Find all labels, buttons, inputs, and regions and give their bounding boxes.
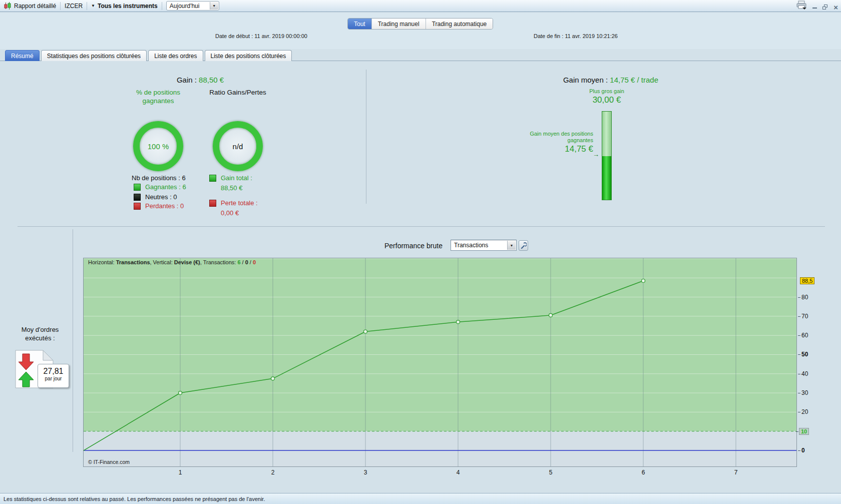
segment-trading-manuel[interactable]: Trading manuel (372, 19, 426, 29)
bar-remainder-segment (602, 112, 611, 156)
neutral-legend-swatch (134, 194, 141, 201)
window-controls: × (796, 1, 838, 11)
tab-liste-ordres[interactable]: Liste des ordres (148, 50, 203, 61)
performance-mode-select[interactable]: Transactions ▼ (451, 240, 517, 251)
minimize-button[interactable] (812, 8, 817, 9)
segment-trading-automatique[interactable]: Trading automatique (426, 19, 493, 29)
y-axis-tick-label: 0 (801, 447, 805, 454)
chart-settings-button[interactable] (519, 240, 528, 251)
x-axis-tick-label: 7 (734, 469, 738, 476)
chart-canvas (84, 258, 796, 466)
ratio-donut: n/d (213, 121, 263, 171)
instruments-dropdown[interactable]: ▼ Tous les instruments (91, 3, 158, 10)
report-window: Rapport détaillé IZCER ▼ Tous les instru… (0, 0, 841, 504)
y-axis-tick-label: 40 (801, 370, 808, 377)
period-select[interactable]: Aujourd'hui ▼ (166, 1, 219, 11)
avg-win-arrow-icon: → (593, 151, 599, 158)
x-axis-tick-label: 1 (179, 469, 182, 476)
tab-resume[interactable]: Résumé (5, 50, 40, 61)
loss-total-value: 0,00 € (221, 209, 239, 217)
biggest-gain-value: 30,00 € (557, 95, 657, 105)
x-axis-tick-label: 3 (364, 469, 367, 476)
winning-legend-label: Gagnantes : 6 (145, 183, 186, 191)
avg-win-label: Gain moyen des positions gagnantes (526, 131, 593, 144)
tab-liste-positions[interactable]: Liste des positions clôturées (205, 50, 292, 61)
x-axis-tick-label: 2 (271, 469, 275, 476)
copyright-label: © IT-Finance.com (88, 459, 130, 465)
y-axis-tick-label: 70 (801, 313, 808, 320)
biggest-gain-label: Plus gros gain (557, 88, 657, 94)
summary-divider (366, 70, 366, 204)
y-axis-tick-label: 88,5 (800, 277, 814, 284)
status-bar: Les statistiques ci-dessus sont relative… (0, 493, 841, 504)
report-title: Rapport détaillé (14, 3, 56, 10)
orders-avg-unit: par jour (38, 376, 69, 381)
orders-avg-value-box: 27,81 par jour (38, 364, 69, 388)
chart-left-divider (73, 229, 73, 452)
positions-count: Nb de positions : 6 (132, 174, 186, 182)
segment-tout[interactable]: Tout (348, 19, 372, 29)
close-button[interactable]: × (833, 4, 838, 11)
loss-total-label: Perte totale : (221, 199, 258, 207)
winning-legend-swatch (134, 184, 141, 191)
print-button[interactable] (796, 1, 807, 11)
chevron-down-icon: ▼ (210, 2, 218, 10)
separator (162, 2, 162, 10)
y-axis-tick-label: 60 (801, 332, 808, 339)
tab-statistiques[interactable]: Statistiques des positions clôturées (41, 50, 147, 61)
ratio-title: Ratio Gains/Pertes (209, 88, 266, 97)
loss-total-swatch (209, 200, 216, 207)
x-axis-tick-label: 4 (457, 469, 460, 476)
gain-total-label: Gain total : (221, 174, 252, 182)
gain-total-value: 88,50 € (221, 184, 242, 192)
biggest-gain-bar (602, 111, 612, 200)
separator (60, 2, 61, 10)
avg-gain-heading: Gain moyen : 14,75 € / trade (511, 76, 711, 84)
restore-button[interactable] (822, 5, 828, 10)
date-end: Date de fin : 11 avr. 2019 10:21:26 (534, 33, 618, 39)
x-axis-tick-label: 5 (549, 469, 553, 476)
header-zone: Tout Trading manuel Trading automatique … (0, 13, 841, 49)
losing-legend-label: Perdantes : 0 (145, 202, 184, 210)
toolbar: Rapport détaillé IZCER ▼ Tous les instru… (0, 0, 841, 12)
y-axis-tick-label: 80 (801, 294, 808, 301)
gain-total-swatch (209, 175, 216, 182)
gain-heading: Gain : 88,50 € (125, 76, 275, 84)
date-start: Date de début : 11 avr. 2019 00:00:00 (215, 33, 307, 39)
chevron-down-icon: ▼ (507, 241, 516, 250)
avg-win-value: 14,75 € (526, 144, 593, 154)
candlestick-icon (4, 2, 12, 10)
y-axis-tick-label: 20 (801, 408, 808, 415)
separator (87, 2, 87, 10)
orders-avg-label: Moy d'ordres exécutés : (10, 325, 70, 342)
neutral-legend-label: Neutres : 0 (145, 193, 177, 201)
y-axis-tick-label: 10 (799, 428, 809, 435)
bar-avg-gain-segment (602, 156, 611, 200)
scope-segmented-control: Tout Trading manuel Trading automatique (347, 18, 493, 30)
tab-strip: Résumé Statistiques des positions clôtur… (5, 50, 292, 61)
performance-title: Performance brute (384, 242, 443, 250)
performance-chart (83, 258, 797, 467)
wrench-icon (520, 242, 527, 249)
instrument-code[interactable]: IZCER (65, 3, 83, 10)
winners-pct-title: % de positions gagnantes (136, 88, 181, 105)
y-axis-tick-label: 50 (801, 351, 808, 358)
disclaimer-text: Les statistiques ci-dessus sont relative… (4, 496, 265, 502)
orders-avg-value: 27,81 (38, 367, 69, 376)
losing-legend-swatch (134, 203, 141, 210)
y-axis-tick-label: 30 (801, 389, 808, 396)
x-axis-tick-label: 6 (642, 469, 645, 476)
winners-pct-donut: 100 % (133, 121, 183, 171)
chevron-down-icon: ▼ (91, 4, 95, 8)
chart-info-bar: Horizontal: Transactions, Vertical: Devi… (88, 259, 256, 265)
section-divider (18, 226, 825, 227)
